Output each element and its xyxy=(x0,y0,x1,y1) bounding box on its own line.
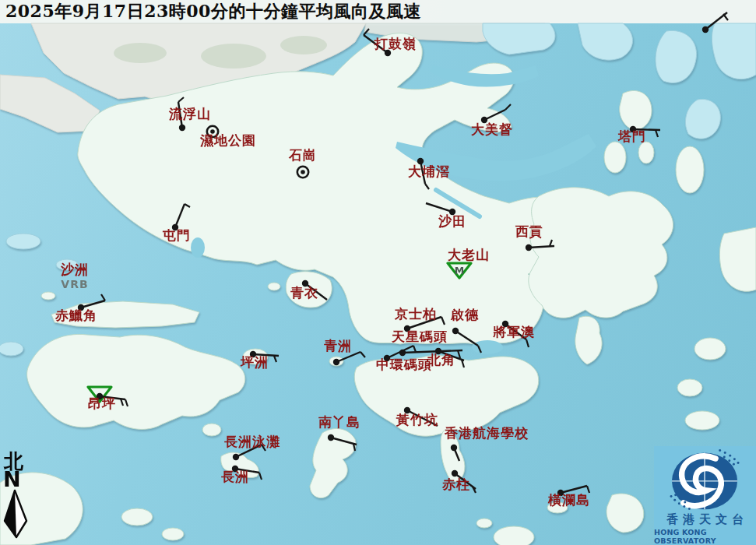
station-label: 塔門 xyxy=(617,128,646,144)
station-label: 昂坪 xyxy=(88,396,116,411)
vrb-label: VRB xyxy=(61,278,88,290)
wind-map-screen: 2025年9月17日23時00分的十分鐘平均風向及風速 xyxy=(0,0,756,545)
station-label: 天星碼頭 xyxy=(391,329,448,344)
compass: 北 N xyxy=(2,451,35,539)
station-label: 京士柏 xyxy=(394,306,437,322)
station-label: 青衣 xyxy=(290,285,318,301)
logo-name-en: HONG KONG OBSERVATORY xyxy=(654,528,756,545)
station-label: 香港航海學校 xyxy=(444,425,529,441)
station: 沙洲VRB xyxy=(60,262,89,290)
station-label: 打鼓嶺 xyxy=(374,36,417,51)
station-label: 坪洲 xyxy=(240,354,269,370)
station-label: 赤鱲角 xyxy=(55,308,97,323)
station-dot xyxy=(333,359,339,365)
logo-name-zh: 香港天文台 xyxy=(662,513,748,526)
mountain-marker-letter: M xyxy=(455,265,464,276)
station-label: 大埔滘 xyxy=(408,164,450,179)
station-label: 流浮山 xyxy=(168,106,211,121)
wind-barb-tick xyxy=(458,350,460,358)
wind-barb-tick xyxy=(526,339,529,347)
station-label: 啟德 xyxy=(450,307,479,322)
station-label: 中環碼頭 xyxy=(376,357,432,372)
wind-barb-tick xyxy=(274,356,276,362)
station-label: 南丫島 xyxy=(318,414,360,430)
station-label: 長洲 xyxy=(221,469,249,484)
wind-barb-tick xyxy=(505,104,511,110)
station-dot xyxy=(452,328,459,334)
station-dot xyxy=(451,445,457,451)
wind-barb-tick xyxy=(656,130,658,137)
compass-north-letter: N xyxy=(2,470,35,488)
station-label: 大美督 xyxy=(471,121,513,137)
station-label: 將軍澳 xyxy=(492,324,535,339)
station-dot xyxy=(328,434,334,441)
logo-emblem-icon xyxy=(654,446,756,513)
station-label: 黃竹坑 xyxy=(396,412,438,427)
station: 坪洲 xyxy=(240,351,279,370)
station-dot xyxy=(702,26,709,33)
hko-logo: 香港天文台 HONG KONG OBSERVATORY xyxy=(654,446,756,545)
wind-barb-tick xyxy=(259,473,262,480)
station-dot xyxy=(179,125,185,131)
landmasses xyxy=(0,23,756,545)
station: 塔門 xyxy=(617,126,660,144)
map-canvas: 打鼓嶺流浮山濕地公園石崗大美督塔門大埔滘沙田西貢M大老山沙洲VRB赤鱲角屯門青衣… xyxy=(0,0,756,545)
station-label: 屯門 xyxy=(162,227,191,243)
station-label: 石崗 xyxy=(288,147,317,163)
station-dot xyxy=(233,454,239,460)
wind-barb-tick xyxy=(723,14,728,20)
calm-icon-center xyxy=(301,170,305,174)
station: 橫瀾島 xyxy=(547,486,590,508)
wind-barb-tick xyxy=(413,346,416,352)
station-label: 沙洲 xyxy=(60,262,89,277)
station-label: 大老山 xyxy=(448,247,490,262)
north-arrow-icon xyxy=(2,489,29,539)
wind-barb-tick xyxy=(360,352,365,357)
station-label: 沙田 xyxy=(438,213,466,229)
wind-barb-tick xyxy=(101,294,105,301)
station-dot xyxy=(526,244,532,251)
station-label: 西貢 xyxy=(515,223,543,239)
station-label: 濕地公園 xyxy=(199,132,256,148)
station-label: 赤柱 xyxy=(441,476,470,492)
station-dot xyxy=(452,470,458,476)
station-label: 橫瀾島 xyxy=(547,492,590,508)
station-label: 青洲 xyxy=(324,338,352,353)
station: 中環碼頭 xyxy=(376,346,432,372)
station-label: 長洲泳灘 xyxy=(224,434,280,449)
